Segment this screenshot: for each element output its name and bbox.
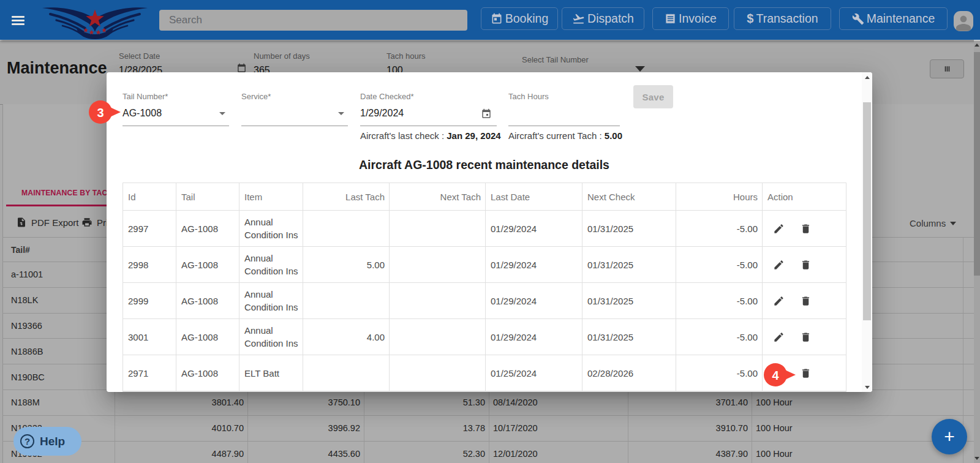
calendar-icon[interactable] <box>481 108 492 119</box>
table-row: 2999 AG-1008 Annual Condition Ins 01/29/… <box>123 283 846 319</box>
header-cell: Action <box>763 183 846 211</box>
nav-dispatch-button[interactable]: Dispatch <box>562 7 644 30</box>
cell: AG-1008 <box>176 355 239 391</box>
cell: AG-1008 <box>176 247 239 283</box>
cell: -5.00 <box>676 211 763 247</box>
search-placeholder: Search <box>159 14 202 26</box>
header-cell: Id <box>123 183 176 211</box>
cell: 02/28/2026 <box>582 355 676 391</box>
field-label: Date Checked* <box>360 92 497 101</box>
delete-icon[interactable] <box>800 259 812 271</box>
search-input[interactable]: Search <box>159 10 467 31</box>
delete-icon[interactable] <box>800 223 812 235</box>
question-icon: ? <box>20 434 34 448</box>
cell <box>390 211 486 247</box>
menu-icon[interactable] <box>12 16 24 25</box>
cell <box>303 211 390 247</box>
chevron-down-icon <box>338 112 344 115</box>
maintenance-details-table: Id Tail Item Last Tach Next Tach Last Da… <box>123 183 846 392</box>
header-cell: Hours <box>676 183 763 211</box>
maintenance-dialog: Tail Number* AG-1008 Service* Date Check… <box>107 72 872 392</box>
add-fab-button[interactable]: + <box>932 419 967 454</box>
nav-transaction-button[interactable]: $ Transaction <box>734 7 831 30</box>
annotation-step-4: 4 <box>764 363 797 387</box>
header-cell: Next Check <box>582 183 676 211</box>
cell: Annual Condition Ins <box>239 319 303 355</box>
field-value: 1/29/2024 <box>360 108 404 119</box>
table-row: 2971 AG-1008 ELT Batt 01/25/2024 02/28/2… <box>123 355 846 391</box>
info-label: Aircraft's current Tach : <box>508 130 602 141</box>
save-button[interactable]: Save <box>633 85 673 108</box>
cell: 2998 <box>123 247 176 283</box>
info-value: 5.00 <box>605 130 622 141</box>
cell: 2997 <box>123 211 176 247</box>
cell: 3001 <box>123 319 176 355</box>
input-underline <box>123 126 229 126</box>
scroll-down-arrow[interactable] <box>862 382 872 392</box>
receipt-icon <box>665 13 676 24</box>
cell: -5.00 <box>676 283 763 319</box>
cell: 01/31/2025 <box>582 211 676 247</box>
modal-scrollbar[interactable] <box>862 72 872 392</box>
top-nav: Search Booking Dispatch Invoice $ Transa… <box>0 0 980 40</box>
input-underline <box>241 126 348 126</box>
cell: 01/29/2024 <box>486 319 582 355</box>
edit-icon[interactable] <box>773 223 785 235</box>
user-avatar[interactable] <box>954 11 973 31</box>
edit-icon[interactable] <box>773 259 785 271</box>
cell: 01/31/2025 <box>582 319 676 355</box>
modal-tach-hours-field[interactable]: Tach Hours <box>508 92 620 101</box>
cell: 2999 <box>123 283 176 319</box>
delete-icon[interactable] <box>800 331 812 343</box>
cell: AG-1008 <box>176 283 239 319</box>
header-cell: Last Tach <box>303 183 390 211</box>
input-underline <box>360 126 497 126</box>
cell: -5.00 <box>676 355 763 391</box>
cell: Annual Condition Ins <box>239 211 303 247</box>
cell <box>303 355 390 391</box>
cell: 5.00 <box>303 247 390 283</box>
cell <box>303 283 390 319</box>
nav-invoice-button[interactable]: Invoice <box>652 7 729 30</box>
field-value: AG-1008 <box>123 108 162 119</box>
field-label: Tail Number* <box>123 92 229 101</box>
nav-maintenance-button[interactable]: Maintenance <box>839 7 948 30</box>
header-cell: Next Tach <box>390 183 486 211</box>
date-checked-field[interactable]: Date Checked* 1/29/2024 <box>360 92 497 101</box>
tail-number-select[interactable]: Tail Number* AG-1008 <box>123 92 229 101</box>
calendar-icon <box>491 13 503 25</box>
table-row: 2997 AG-1008 Annual Condition Ins 01/29/… <box>123 211 846 247</box>
dollar-icon: $ <box>747 12 753 26</box>
help-button[interactable]: ? Help <box>13 427 81 456</box>
cell: 01/25/2024 <box>486 355 582 391</box>
cell <box>390 355 486 391</box>
table-header-row: Id Tail Item Last Tach Next Tach Last Da… <box>123 183 846 211</box>
cell: 01/31/2025 <box>582 247 676 283</box>
delete-icon[interactable] <box>800 295 812 307</box>
cell: -5.00 <box>676 247 763 283</box>
screen: Search Booking Dispatch Invoice $ Transa… <box>0 0 980 463</box>
scroll-up-arrow[interactable] <box>862 72 872 82</box>
service-select[interactable]: Service* <box>241 92 348 101</box>
cell <box>390 283 486 319</box>
modal-title: Aircraft AG-1008 recent maintenance deta… <box>107 158 862 172</box>
cell: 01/29/2024 <box>486 211 582 247</box>
cell: 2971 <box>123 355 176 391</box>
table-row: 2998 AG-1008 Annual Condition Ins 5.00 0… <box>123 247 846 283</box>
input-underline <box>508 126 620 126</box>
nav-button-label: Transaction <box>756 12 818 26</box>
chevron-down-icon <box>219 112 225 115</box>
header-cell: Last Date <box>486 183 582 211</box>
nav-button-label: Invoice <box>679 12 717 26</box>
nav-button-label: Dispatch <box>587 12 634 26</box>
annotation-step-3: 3 <box>89 100 122 124</box>
modal-scrollbar-thumb[interactable] <box>863 102 871 320</box>
edit-icon[interactable] <box>773 295 785 307</box>
cell: AG-1008 <box>176 211 239 247</box>
edit-icon[interactable] <box>773 331 785 343</box>
delete-icon[interactable] <box>800 367 812 379</box>
field-label: Service* <box>241 92 348 101</box>
nav-booking-button[interactable]: Booking <box>481 7 558 30</box>
nav-button-label: Maintenance <box>867 12 935 26</box>
cell: 4.00 <box>303 319 390 355</box>
